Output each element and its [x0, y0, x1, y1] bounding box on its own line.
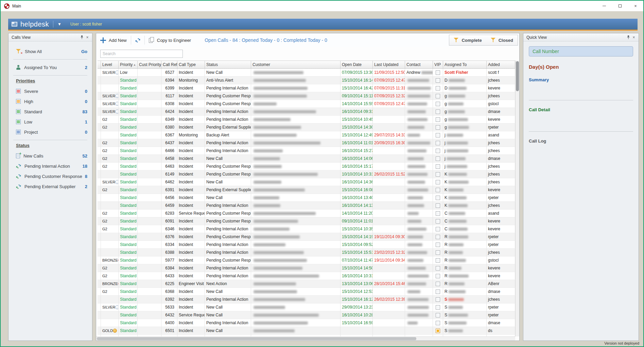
vertical-scrollbar-thumb[interactable] [516, 61, 519, 91]
table-row[interactable]: SILVERStandard5633IncidentNew Call29/09/… [98, 303, 516, 311]
table-row[interactable]: G2Standard6391IncidentPending External S… [98, 186, 516, 194]
column-header-cust-priority[interactable]: Cust Priority▲ [138, 61, 161, 68]
table-row[interactable]: Standard6394MonitoringAnti-Virus Alert15… [98, 77, 516, 84]
column-header-last-updated[interactable]: Last Updated [373, 61, 405, 68]
sidebar-item-pending-customer-response[interactable]: Pending Customer Response8 [16, 171, 87, 181]
vip-checkbox[interactable] [436, 78, 440, 83]
vip-checkbox[interactable] [436, 219, 440, 224]
add-new-button[interactable]: Add New [96, 33, 131, 47]
table-row[interactable]: G2Standard6437IncidentPending Internal A… [98, 139, 516, 147]
vip-checkbox[interactable] [436, 164, 440, 169]
complete-filter-button[interactable]: Complete [449, 35, 486, 45]
vip-checkbox[interactable] [436, 70, 440, 75]
vip-checkbox[interactable] [436, 133, 440, 137]
copy-to-engineer-button[interactable]: Copy to Engineer [145, 33, 195, 47]
sidebar-item-severe[interactable]: Severe0 [16, 86, 87, 96]
vip-checkbox[interactable] [436, 243, 440, 247]
vip-checkbox[interactable] [436, 156, 440, 161]
table-row[interactable]: G2Standard6283Service RequestPending Cus… [98, 210, 516, 217]
vip-checkbox[interactable] [436, 180, 440, 184]
table-row[interactable]: SILVERStandard6308IncidentPending Custom… [98, 100, 516, 108]
horizontal-scrollbar-thumb[interactable] [97, 337, 416, 340]
table-row[interactable]: Standard6400IncidentPending Internal Act… [98, 319, 516, 327]
table-row[interactable]: Standard6367MonitoringBackup Alert15/10/… [98, 131, 516, 139]
column-header-call-ref[interactable]: Call Ref [161, 61, 177, 68]
column-header-row-indicator[interactable] [98, 61, 101, 68]
sidebar-item-project[interactable]: Project0 [16, 127, 87, 137]
vip-checkbox[interactable] [436, 266, 440, 270]
vip-checkbox[interactable] [436, 321, 440, 325]
vip-checkbox[interactable] [436, 211, 440, 216]
closed-filter-button[interactable]: Closed [486, 35, 518, 45]
column-header-open-date[interactable]: Open Date [341, 61, 373, 68]
vip-checkbox[interactable] [436, 282, 440, 286]
column-header-contact[interactable]: Contact [405, 61, 433, 68]
sidebar-item-assigned-to-you[interactable]: Assigned To You2 [16, 62, 87, 72]
vip-checkbox[interactable] [436, 125, 440, 130]
sidebar-item-pending-external-supplier[interactable]: Pending External Supplier2 [16, 181, 87, 192]
table-row[interactable]: Standard6432Service RequestNew Call16/10… [98, 311, 516, 319]
table-row[interactable]: G2Standard6466IncidentPending Internal A… [98, 147, 516, 155]
vip-checkbox[interactable] [436, 86, 440, 90]
vip-checkbox[interactable] [436, 117, 440, 122]
table-row[interactable]: BRONZEStandard6225Engineer VisitNext Act… [98, 280, 516, 288]
vip-checkbox[interactable] [436, 172, 440, 177]
vip-checkbox[interactable] [436, 188, 440, 192]
table-row[interactable]: G2Standard6091IncidentPending Customer R… [98, 217, 516, 225]
column-header-customer[interactable]: Customer [251, 61, 341, 68]
vip-checkbox[interactable] [436, 227, 440, 231]
vip-checkbox[interactable] [436, 203, 440, 208]
table-row[interactable]: G2Standard6463IncidentPending Customer R… [98, 163, 516, 170]
column-header-vip[interactable]: VIP [433, 61, 443, 68]
vip-checkbox[interactable] [436, 141, 440, 145]
table-row[interactable]: SILVERStandard6424IncidentPending Intern… [98, 108, 516, 116]
sidebar-item-low[interactable]: Low1 [16, 117, 87, 127]
sidebar-item-show-all[interactable]: ×Show AllGo [16, 46, 87, 56]
sidebar-item-new-calls[interactable]: New Calls52 [16, 151, 87, 161]
table-row[interactable]: GOLDStandard6501IncidentNew CallSds [98, 327, 516, 335]
table-row[interactable]: Standard6456IncidentNew Call16/10/2014 1… [98, 194, 516, 202]
column-header-added[interactable]: Added [487, 61, 515, 68]
table-row[interactable]: SILVERStandard6117IncidentPending Custom… [98, 92, 516, 100]
vip-checkbox[interactable] [436, 235, 440, 239]
table-row[interactable]: Standard6388IncidentPending Internal Act… [98, 249, 516, 257]
vip-checkbox[interactable] [436, 274, 440, 278]
maximize-button[interactable] [612, 1, 628, 11]
chevron-down-icon[interactable]: ▼ [57, 22, 62, 27]
close-icon[interactable]: × [85, 35, 90, 40]
search-input[interactable] [100, 50, 183, 58]
table-row[interactable]: Standard6376IncidentPending Customer Res… [98, 233, 516, 241]
table-row[interactable]: G2Standard6380IncidentPending External S… [98, 123, 516, 131]
column-header-call-type[interactable]: Call Type [177, 61, 205, 68]
vip-checkbox[interactable] [436, 329, 440, 333]
call-number-box[interactable]: Call Number [529, 46, 633, 56]
table-row[interactable]: G2Standard6349IncidentPending Internal A… [98, 116, 516, 123]
horizontal-scrollbar[interactable] [96, 336, 515, 341]
vip-checkbox[interactable] [436, 250, 440, 255]
close-button[interactable]: × [628, 1, 643, 11]
sidebar-item-high[interactable]: High0 [16, 96, 87, 106]
vip-checkbox[interactable] [436, 94, 440, 98]
column-header-level[interactable]: Level [101, 61, 119, 68]
close-icon[interactable]: × [631, 35, 637, 40]
table-row[interactable]: G2Standard6458IncidentNew Call16/10/2014… [98, 155, 516, 163]
table-row[interactable]: BRONZEStandard5977IncidentPending Custom… [98, 257, 516, 264]
minimize-button[interactable] [596, 1, 612, 11]
vip-checkbox[interactable] [436, 305, 440, 310]
table-row[interactable]: Standard6399IncidentPending Internal Act… [98, 84, 516, 92]
sidebar-item-pending-internal-action[interactable]: Pending Internal Action18 [16, 161, 87, 171]
sidebar-item-standard[interactable]: Standard83 [16, 106, 87, 117]
column-header-priority[interactable]: Priority▲ [119, 61, 138, 68]
table-row[interactable]: SILVERLow6527IncidentNew Call07/09/2015 … [98, 69, 516, 77]
pin-icon[interactable] [79, 35, 85, 40]
vertical-scrollbar[interactable] [515, 61, 519, 336]
column-header-status[interactable]: Status [205, 61, 251, 68]
column-header-assigned-to[interactable]: Assigned To [443, 61, 487, 68]
vip-checkbox[interactable] [436, 102, 440, 106]
table-row[interactable]: G2Standard6368IncidentNew Call15/10/2014… [98, 288, 516, 296]
vip-checkbox[interactable] [436, 313, 440, 317]
vip-checkbox[interactable] [436, 297, 440, 302]
table-row[interactable]: Standard6334IncidentPending Internal Act… [98, 241, 516, 249]
table-row[interactable]: G2Standard6433IncidentPending Internal A… [98, 272, 516, 280]
vip-checkbox[interactable] [436, 196, 440, 200]
